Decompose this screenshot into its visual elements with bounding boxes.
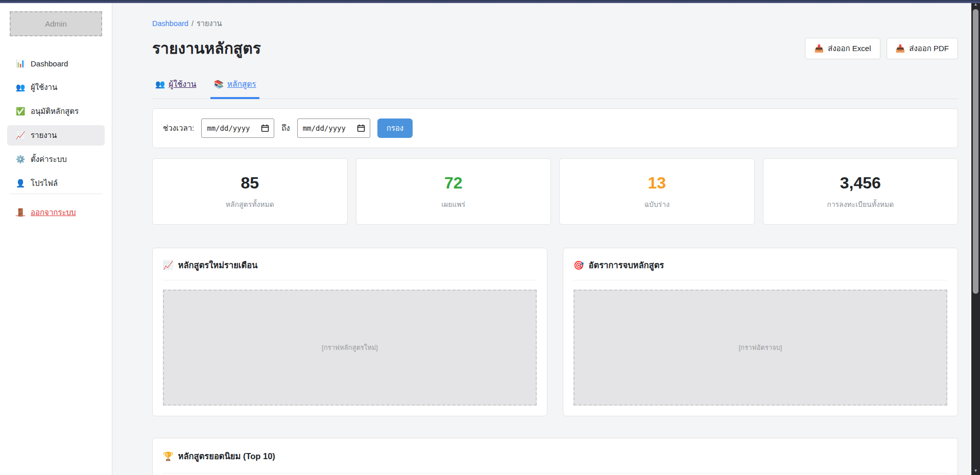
breadcrumb-current: รายงาน xyxy=(197,19,222,28)
line-chart-icon: 📈 xyxy=(163,260,174,270)
export-excel-button[interactable]: 📥 ส่งออก Excel xyxy=(805,38,880,59)
stat-card-total-courses: 85 หลักสูตรทั้งหมด xyxy=(152,158,348,225)
breadcrumb: Dashboard/รายงาน xyxy=(152,17,958,29)
sidebar-item-label: ผู้ใช้งาน xyxy=(31,81,57,93)
chart-title: หลักสูตรใหม่รายเดือน xyxy=(178,258,258,272)
popular-courses-card: 🏆 หลักสูตรยอดนิยม (Top 10) xyxy=(152,438,958,475)
new-courses-chart-placeholder: [กราฟหลักสูตรใหม่] xyxy=(163,290,537,406)
target-icon: 🎯 xyxy=(573,260,584,270)
sidebar-item-users[interactable]: 👥 ผู้ใช้งาน xyxy=(7,77,105,98)
sidebar-item-label: Dashboard xyxy=(31,59,68,68)
stat-card-total-enrollments: 3,456 การลงทะเบียนทั้งหมด xyxy=(763,158,959,225)
check-icon: ✅ xyxy=(15,107,26,116)
download-icon: 📥 xyxy=(896,44,905,53)
date-to-input[interactable] xyxy=(297,118,370,138)
date-range-label: ช่วงเวลา: xyxy=(163,122,194,134)
stat-value: 13 xyxy=(648,174,666,193)
sidebar-item-label: รายงาน xyxy=(31,129,57,141)
tab-users[interactable]: 👥 ผู้ใช้งาน xyxy=(152,78,199,99)
users-icon: 👥 xyxy=(15,83,26,92)
date-filter-card: ช่วงเวลา: ถึง กรอง xyxy=(152,108,958,148)
tab-courses[interactable]: 📚 หลักสูตร xyxy=(210,78,259,99)
sidebar-divider xyxy=(10,194,102,194)
stat-card-drafts: 13 ฉบับร่าง xyxy=(559,158,755,225)
users-icon: 👥 xyxy=(155,80,165,89)
download-icon: 📥 xyxy=(814,44,824,53)
sidebar-item-label: อนุมัติหลักสูตร xyxy=(31,105,79,117)
stat-value: 72 xyxy=(444,174,463,193)
breadcrumb-dashboard-link[interactable]: Dashboard xyxy=(152,19,188,28)
sidebar-item-label: โปรไฟล์ xyxy=(31,177,58,189)
line-chart-icon: 📈 xyxy=(15,131,26,140)
date-from-field xyxy=(201,118,274,138)
sidebar-item-profile[interactable]: 👤 โปรไฟล์ xyxy=(7,173,105,194)
scroll-down-arrow-icon[interactable]: ▼ xyxy=(971,468,980,473)
export-excel-label: ส่งออก Excel xyxy=(828,42,871,55)
charts-row: 📈 หลักสูตรใหม่รายเดือน [กราฟหลักสูตรใหม่… xyxy=(152,248,958,416)
door-icon: 🚪 xyxy=(15,208,26,217)
sidebar-item-label: ตั้งค่าระบบ xyxy=(31,153,67,165)
date-to-field xyxy=(297,118,370,138)
sidebar-item-reports[interactable]: 📈 รายงาน xyxy=(7,125,105,146)
sidebar-nav: 📊 Dashboard 👥 ผู้ใช้งาน ✅ อนุมัติหลักสูต… xyxy=(7,53,105,194)
chart-card-new-courses: 📈 หลักสูตรใหม่รายเดือน [กราฟหลักสูตรใหม่… xyxy=(152,248,547,416)
tab-courses-label: หลักสูตร xyxy=(227,78,256,90)
stat-label: หลักสูตรทั้งหมด xyxy=(226,199,274,210)
dashboard-chart-icon: 📊 xyxy=(15,59,26,68)
page-title: รายงานหลักสูตร xyxy=(152,36,261,60)
filter-button[interactable]: กรอง xyxy=(377,118,413,138)
popular-courses-title: หลักสูตรยอดนิยม (Top 10) xyxy=(178,449,275,463)
sidebar-item-dashboard[interactable]: 📊 Dashboard xyxy=(7,53,105,74)
logout-label: ออกจากระบบ xyxy=(31,206,76,219)
stat-label: ฉบับร่าง xyxy=(644,199,670,210)
tab-users-label: ผู้ใช้งาน xyxy=(169,78,196,90)
export-pdf-button[interactable]: 📥 ส่งออก PDF xyxy=(887,38,958,59)
export-pdf-label: ส่งออก PDF xyxy=(909,42,949,55)
vertical-scrollbar[interactable]: ▲ ▼ xyxy=(971,0,980,475)
stats-row: 85 หลักสูตรทั้งหมด 72 เผยแพร่ 13 ฉบับร่า… xyxy=(152,158,958,225)
trophy-icon: 🏆 xyxy=(163,452,174,461)
chart-title: อัตราการจบหลักสูตร xyxy=(589,258,664,272)
sidebar: Admin 📊 Dashboard 👥 ผู้ใช้งาน ✅ อนุมัติห… xyxy=(0,3,112,475)
logout-link[interactable]: 🚪 ออกจากระบบ xyxy=(7,206,105,219)
stat-value: 3,456 xyxy=(840,174,881,193)
breadcrumb-separator: / xyxy=(192,19,194,28)
brand-logo-placeholder: Admin xyxy=(10,11,102,36)
sidebar-item-course-approval[interactable]: ✅ อนุมัติหลักสูตร xyxy=(7,101,105,122)
completion-rate-chart-placeholder: [กราฟอัตราจบ] xyxy=(573,290,947,406)
date-from-input[interactable] xyxy=(201,118,274,138)
report-tabs: 👥 ผู้ใช้งาน 📚 หลักสูตร xyxy=(152,78,958,99)
to-label: ถึง xyxy=(281,122,290,134)
panel-divider xyxy=(163,280,537,280)
chart-card-completion-rate: 🎯 อัตราการจบหลักสูตร [กราฟอัตราจบ] xyxy=(563,248,958,416)
panel-divider xyxy=(163,473,947,473)
top-accent-bar xyxy=(0,0,980,3)
person-icon: 👤 xyxy=(15,179,26,188)
stat-value: 85 xyxy=(241,174,259,193)
main-content: Dashboard/รายงาน รายงานหลักสูตร 📥 ส่งออก… xyxy=(112,3,971,475)
books-icon: 📚 xyxy=(213,80,223,89)
stat-label: เผยแพร่ xyxy=(441,199,465,210)
stat-card-published: 72 เผยแพร่ xyxy=(356,158,552,225)
gear-icon: ⚙️ xyxy=(15,155,26,164)
panel-divider xyxy=(573,280,947,280)
scrollbar-thumb[interactable] xyxy=(973,9,978,294)
sidebar-item-settings[interactable]: ⚙️ ตั้งค่าระบบ xyxy=(7,149,105,170)
export-buttons: 📥 ส่งออก Excel 📥 ส่งออก PDF xyxy=(805,38,958,59)
stat-label: การลงทะเบียนทั้งหมด xyxy=(827,199,894,210)
